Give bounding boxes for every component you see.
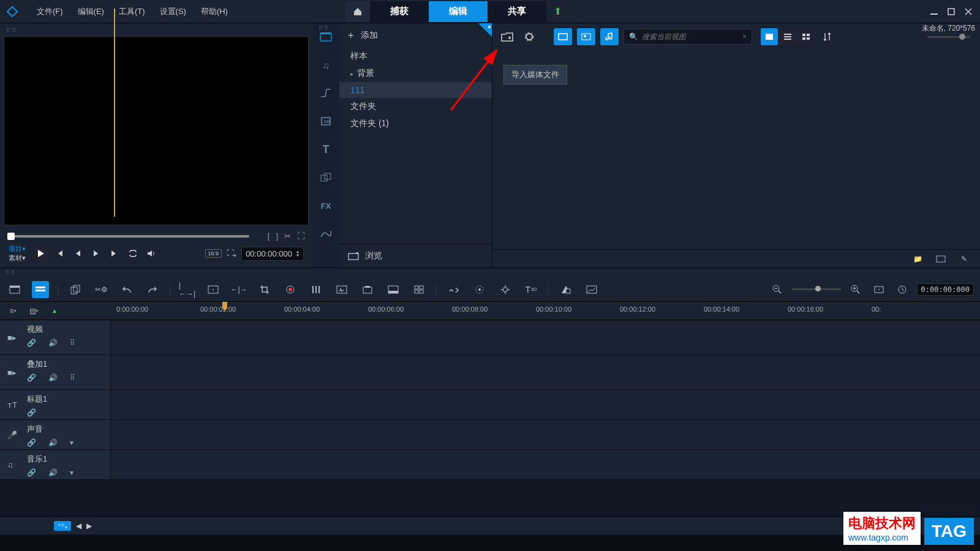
track-sound-button[interactable]: 🔊 [48,438,58,447]
track-link-button[interactable]: 🔗 [27,438,36,447]
timeline-view-button[interactable] [32,281,49,298]
track-fx-button[interactable]: ⠿ [70,373,75,382]
cat-path-icon[interactable] [317,225,334,242]
filter-video-button[interactable] [554,28,572,45]
subtitle-button[interactable] [385,281,402,298]
scroll-right-button[interactable]: ▶ [86,522,92,530]
clear-search-icon[interactable]: × [742,32,747,41]
stabilize-button[interactable] [497,281,514,298]
import-media-button[interactable] [499,28,516,45]
track-header[interactable]: ■▸视频🔗🔊⠿ [0,320,110,354]
track-body[interactable] [110,320,980,354]
tree-item-background[interactable]: 背景 [339,65,492,82]
cat-transition-icon[interactable] [317,84,334,102]
tab-home[interactable] [345,1,370,22]
browse-button[interactable]: 浏览 [339,244,492,268]
cat-overlay-icon[interactable] [317,169,334,186]
cut-icon[interactable]: ✂ [284,231,291,241]
record-button[interactable] [282,281,299,298]
redo-button[interactable] [144,281,161,298]
track-body[interactable] [110,390,980,419]
track-body[interactable] [110,450,980,479]
cat-fx-icon[interactable]: FX [317,197,334,214]
tree-item-111[interactable]: 111 [339,82,492,98]
multi-cam-button[interactable] [410,281,428,298]
3d-title-button[interactable]: T3D [522,281,540,298]
timeline-zoom-slider[interactable] [792,288,841,290]
tab-edit[interactable]: 编辑 [429,1,488,22]
track-sound-button[interactable]: 🔊 [48,373,58,382]
fit-button[interactable]: |←→| [179,281,196,298]
undo-button[interactable] [118,281,135,298]
pan-zoom-button[interactable] [583,281,600,298]
view-thumb-button[interactable] [761,28,778,45]
chapters-button[interactable] [359,281,376,298]
preview-video[interactable] [4,36,309,225]
track-link-button[interactable]: 🔗 [27,373,36,382]
search-input[interactable] [642,32,739,41]
track-body[interactable] [110,420,980,449]
playhead[interactable] [221,302,229,310]
track-link-button[interactable]: 🔗 [27,468,36,477]
motion-button[interactable] [445,281,462,298]
pin-icon[interactable] [478,23,492,37]
tree-item-sample[interactable]: 样本 [339,48,492,65]
sort-button[interactable] [820,28,837,45]
track-header[interactable]: ᴛT标题1🔗 [0,390,110,419]
view-list-button[interactable] [779,28,796,45]
add-track-button[interactable]: +≡▾ [54,521,71,531]
options-icon[interactable] [932,250,949,268]
preview-timecode[interactable]: 00:00:00:000 ▲▼ [241,247,304,261]
track-body[interactable] [110,355,980,389]
cat-title-icon[interactable]: AB [317,113,334,130]
menu-tools[interactable]: 工具(T) [111,6,153,17]
view-grid-button[interactable] [797,28,815,45]
thumbnail-zoom-slider[interactable] [927,36,970,38]
search-box[interactable]: 🔍 × [624,29,752,45]
project-duration[interactable]: 0:00:00:000 [917,283,974,296]
menu-settings[interactable]: 设置(S) [153,6,194,17]
track-fx-button[interactable]: ⠿ [70,339,75,347]
minimize-button[interactable] [927,5,941,18]
track-options-button[interactable]: ▤▾ [27,304,40,318]
track-header[interactable]: ■▸叠加1🔗🔊⠿ [0,355,110,389]
filter-photo-button[interactable] [577,28,595,45]
play-button[interactable] [33,246,49,261]
go-end-button[interactable] [107,246,123,261]
track-link-button[interactable]: 🔗 [27,408,36,417]
track-sound-button[interactable]: 🔊 [48,468,58,477]
track-header[interactable]: ♫音乐1🔗🔊▾ [0,450,110,479]
zoom-out-button[interactable] [769,281,786,298]
track-sound-button[interactable]: 🔊 [48,339,58,347]
panel-grip-icon[interactable]: ⠿⠿ [4,27,309,36]
prev-frame-button[interactable] [70,246,86,261]
panel-grip-icon[interactable]: ⠿⠿ [316,24,332,34]
add-folder-button[interactable]: + 添加 [339,23,492,48]
project-duration-icon[interactable] [894,281,911,298]
cat-text-icon[interactable]: T [317,141,334,158]
track-expand-button[interactable]: ▾ [70,468,74,477]
aspect-ratio[interactable]: 16:9 [205,249,222,258]
panel-grip-icon[interactable]: ⠿⠿ [0,268,980,277]
split-horiz-button[interactable]: ←|→ [230,281,247,298]
scroll-left-button[interactable]: ◀ [76,522,81,530]
safe-zone-button[interactable] [205,281,222,298]
time-ruler[interactable]: 0:00:00:0000:00:02:0000:00:04:0000:00:06… [110,302,980,320]
tree-item-folder[interactable]: 文件夹 [339,98,492,115]
menu-edit[interactable]: 编辑(E) [70,6,111,17]
open-folder-icon[interactable]: 📁 [909,250,926,268]
fit-project-button[interactable] [870,281,888,298]
track-link-button[interactable]: 🔗 [27,339,36,347]
tab-share[interactable]: 共享 [488,1,546,22]
audio-mixer-button[interactable] [307,281,325,298]
track-menu-button[interactable]: ≡▾ [6,304,20,318]
mode-project[interactable]: 项目▾ [9,244,26,253]
storyboard-view-button[interactable] [6,281,23,298]
menu-help[interactable]: 帮助(H) [194,6,235,17]
tree-item-folder1[interactable]: 文件夹 (1) [339,115,492,132]
track-motion-button[interactable] [471,281,488,298]
filter-audio-button[interactable] [600,28,619,45]
loop-button[interactable] [125,246,141,261]
expand-icon[interactable]: ⛶ [297,231,305,241]
capture-button[interactable] [521,28,538,45]
